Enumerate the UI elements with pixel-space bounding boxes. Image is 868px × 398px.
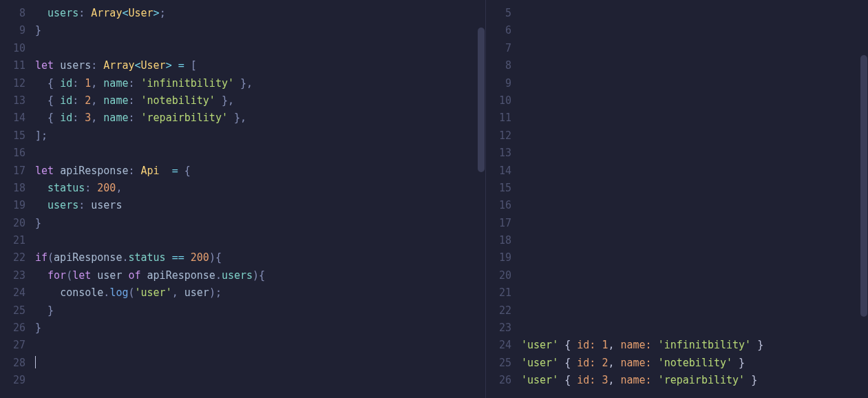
code-line[interactable]: 18 status: 200, (0, 180, 485, 197)
code-content[interactable]: users: users (31, 197, 122, 214)
code-content[interactable]: for(let user of apiResponse.users){ (31, 267, 265, 284)
line-number: 19 (0, 197, 31, 214)
code-content[interactable]: 'user' { id: 3, name: 'repairbility' } (517, 372, 757, 389)
code-line[interactable]: 15 (486, 180, 868, 197)
code-line[interactable]: 9} (0, 22, 485, 39)
code-content[interactable]: { id: 2, name: 'notebility' }, (31, 92, 234, 109)
code-line[interactable]: 22if(apiResponse.status == 200){ (0, 249, 485, 266)
code-content[interactable]: let apiResponse: Api = { (31, 163, 191, 180)
code-line[interactable]: 17let apiResponse: Api = { (0, 163, 485, 180)
code-content[interactable]: if(apiResponse.status == 200){ (31, 249, 222, 266)
code-content[interactable]: { id: 1, name: 'infinitbility' }, (31, 75, 253, 92)
line-number: 17 (0, 163, 31, 180)
code-content[interactable]: 'user' { id: 1, name: 'infinitbility' } (517, 337, 763, 354)
code-line[interactable]: 21 (0, 232, 485, 249)
code-line[interactable]: 5 (486, 5, 868, 22)
code-token: < (135, 59, 141, 72)
code-content[interactable]: console.log('user', user); (31, 284, 222, 302)
code-content[interactable]: let users: Array<User> = [ (31, 57, 197, 74)
scrollbar-right[interactable] (860, 0, 868, 398)
line-number: 26 (486, 372, 517, 389)
code-line[interactable]: 7 (486, 40, 868, 57)
code-line[interactable]: 8 users: Array<User>; (0, 5, 485, 22)
code-content[interactable]: status: 200, (31, 180, 122, 197)
code-line[interactable]: 24 console.log('user', user); (0, 284, 485, 302)
line-number: 20 (0, 215, 31, 232)
code-line[interactable]: 26'user' { id: 3, name: 'repairbility' } (486, 372, 868, 389)
code-line[interactable]: 19 users: users (0, 197, 485, 214)
code-line[interactable]: 25'user' { id: 2, name: 'notebility' } (486, 355, 868, 372)
code-line[interactable]: 22 (486, 302, 868, 320)
code-token: , (91, 112, 103, 124)
code-line[interactable]: 11let users: Array<User> = [ (0, 57, 485, 74)
code-line[interactable]: 24'user' { id: 1, name: 'infinitbility' … (486, 337, 868, 354)
line-number: 17 (486, 215, 517, 232)
code-line[interactable]: 21 (486, 284, 868, 302)
code-content[interactable]: ]; (31, 127, 47, 145)
code-line[interactable]: 27 (0, 337, 485, 354)
code-line[interactable]: 10 (0, 40, 485, 57)
code-line[interactable]: 14 (486, 163, 868, 180)
code-line[interactable]: 23 for(let user of apiResponse.users){ (0, 267, 485, 284)
code-line[interactable]: 23 (486, 320, 868, 337)
code-token: User (141, 59, 166, 72)
code-token: : (72, 94, 85, 107)
code-content[interactable]: } (31, 320, 41, 337)
code-line[interactable]: 10 (486, 92, 868, 109)
scroll-thumb-left[interactable] (478, 28, 485, 172)
code-token: 'repairbility' (658, 374, 745, 386)
code-line[interactable]: 20 (486, 267, 868, 284)
code-line[interactable]: 12 { id: 1, name: 'infinitbility' }, (0, 75, 485, 92)
code-token: Array (103, 59, 134, 72)
code-line[interactable]: 26} (0, 320, 485, 337)
code-token: , (608, 374, 620, 386)
code-line[interactable]: 6 (486, 22, 868, 39)
code-content[interactable]: } (31, 215, 41, 232)
code-line[interactable]: 25 } (0, 302, 485, 320)
code-token: log (109, 286, 128, 299)
code-line[interactable]: 17 (486, 215, 868, 232)
code-line[interactable]: 19 (486, 249, 868, 266)
code-pane-left[interactable]: 8 users: Array<User>;9}1011let users: Ar… (0, 0, 486, 398)
code-token: name (103, 94, 128, 107)
code-line[interactable]: 11 (486, 109, 868, 127)
code-line[interactable]: 12 (486, 127, 868, 145)
line-number: 24 (0, 284, 31, 302)
code-line[interactable]: 15]; (0, 127, 485, 145)
line-number: 21 (486, 284, 517, 302)
code-line[interactable]: 16 (0, 145, 485, 162)
code-line[interactable]: 14 { id: 3, name: 'repairbility' }, (0, 109, 485, 127)
line-number: 5 (486, 5, 517, 22)
code-content[interactable]: } (31, 302, 54, 320)
code-line[interactable]: 16 (486, 197, 868, 214)
line-number: 14 (0, 109, 31, 127)
code-token: ){ (209, 251, 222, 264)
code-line[interactable]: 9 (486, 75, 868, 92)
code-line[interactable]: 13 { id: 2, name: 'notebility' }, (0, 92, 485, 109)
code-token: : (85, 182, 97, 194)
code-content[interactable]: { id: 3, name: 'repairbility' }, (31, 109, 246, 127)
code-token: { (35, 94, 60, 107)
output-pane-right[interactable]: 56789101112131415161718192021222324'user… (486, 0, 868, 398)
code-content[interactable] (31, 355, 36, 372)
code-content[interactable]: 'user' { id: 2, name: 'notebility' } (517, 355, 745, 372)
code-line[interactable]: 28 (0, 355, 485, 372)
line-number: 29 (0, 372, 31, 389)
code-line[interactable]: 29 (0, 372, 485, 389)
code-token: { (558, 374, 577, 386)
line-number: 19 (486, 249, 517, 266)
scrollbar-left[interactable] (477, 0, 485, 398)
split-editor: 8 users: Array<User>;9}1011let users: Ar… (0, 0, 868, 398)
code-token: , (91, 94, 103, 107)
scroll-thumb-right[interactable] (860, 55, 867, 317)
code-token: = (172, 59, 191, 72)
code-content[interactable]: } (31, 22, 41, 39)
code-content[interactable]: users: Array<User>; (31, 5, 166, 22)
code-line[interactable]: 20} (0, 215, 485, 232)
code-line[interactable]: 18 (486, 232, 868, 249)
code-line[interactable]: 13 (486, 145, 868, 162)
code-line[interactable]: 8 (486, 57, 868, 74)
code-token: users (222, 269, 253, 282)
code-token: if (35, 251, 47, 264)
code-token (35, 286, 60, 299)
